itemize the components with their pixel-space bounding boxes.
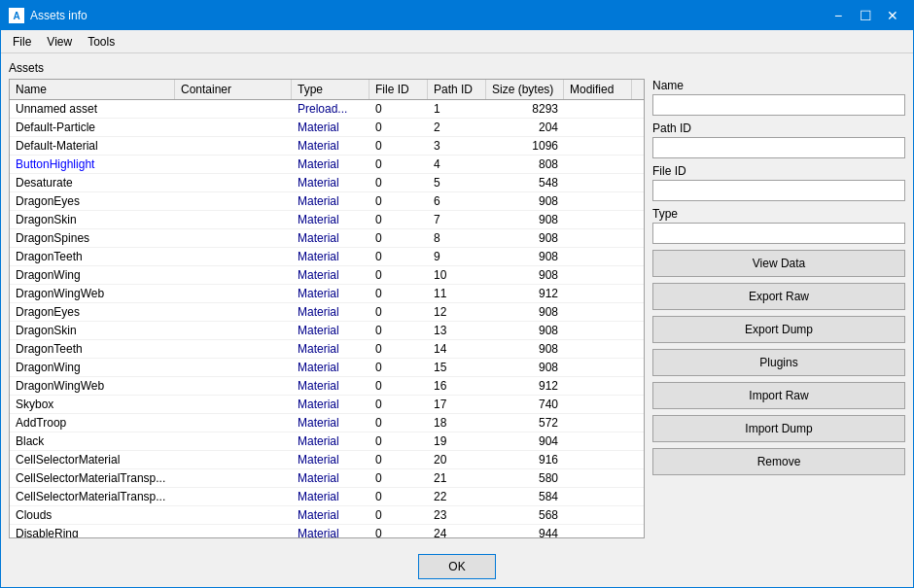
table-row[interactable]: Default-Material Material 0 3 1096	[10, 137, 644, 156]
table-row[interactable]: Skybox Material 0 17 740	[10, 396, 644, 414]
table-row[interactable]: DragonSkin Material 0 7 908	[10, 211, 644, 229]
table-row[interactable]: DragonTeeth Material 0 9 908	[10, 248, 644, 266]
cell-modified	[564, 359, 632, 376]
fileid-input[interactable]	[652, 180, 905, 201]
pathid-input[interactable]	[652, 137, 905, 158]
table-row[interactable]: ButtonHighlight Material 0 4 808	[10, 156, 644, 174]
table-row[interactable]: Default-Particle Material 0 2 204	[10, 119, 644, 137]
table-row[interactable]: DragonWingWeb Material 0 11 912	[10, 285, 644, 303]
cell-type: Material	[292, 469, 369, 487]
cell-container	[175, 451, 292, 468]
cell-name: DragonSpines	[10, 229, 175, 247]
maximize-button[interactable]: ☐	[853, 3, 878, 28]
cell-fileid: 0	[369, 248, 428, 265]
plugins-button[interactable]: Plugins	[652, 349, 905, 376]
col-scroll	[632, 80, 645, 99]
table-row[interactable]: DragonWing Material 0 15 908	[10, 359, 644, 377]
import-dump-button[interactable]: Import Dump	[652, 415, 905, 442]
cell-type: Material	[292, 414, 369, 432]
cell-modified	[564, 211, 632, 228]
cell-pathid: 23	[428, 506, 486, 524]
table-row[interactable]: Unnamed asset Preload... 0 1 8293	[10, 100, 644, 119]
table-row[interactable]: DragonEyes Material 0 12 908	[10, 303, 644, 322]
table-row[interactable]: DragonSpines Material 0 8 908	[10, 229, 644, 248]
table-row[interactable]: CellSelectorMaterialTransp... Material 0…	[10, 488, 644, 506]
cell-name: DisableRing	[10, 525, 175, 537]
menu-file[interactable]: File	[5, 33, 39, 51]
export-raw-button[interactable]: Export Raw	[652, 283, 905, 310]
cell-size: 908	[486, 303, 564, 321]
cell-modified	[564, 137, 632, 155]
cell-size: 204	[486, 119, 564, 136]
cell-fileid: 0	[369, 229, 428, 247]
table-row[interactable]: DragonTeeth Material 0 14 908	[10, 340, 644, 359]
table-row[interactable]: Desaturate Material 0 5 548	[10, 174, 644, 192]
name-label: Name	[652, 79, 905, 92]
table-row[interactable]: DragonWingWeb Material 0 16 912	[10, 377, 644, 396]
type-input[interactable]	[652, 223, 905, 244]
cell-container	[175, 303, 292, 321]
table-row[interactable]: DisableRing Material 0 24 944	[10, 525, 644, 537]
cell-name: CellSelectorMaterialTransp...	[10, 488, 175, 505]
cell-container	[175, 156, 292, 173]
close-button[interactable]: ✕	[880, 3, 905, 28]
cell-fileid: 0	[369, 506, 428, 524]
table-row[interactable]: Black Material 0 19 904	[10, 432, 644, 451]
remove-button[interactable]: Remove	[652, 448, 905, 475]
name-field-group: Name	[652, 79, 905, 116]
cell-size: 916	[486, 451, 564, 468]
import-raw-button[interactable]: Import Raw	[652, 382, 905, 409]
cell-container	[175, 525, 292, 537]
table-body[interactable]: Unnamed asset Preload... 0 1 8293 Defaul…	[10, 100, 644, 537]
cell-fileid: 0	[369, 359, 428, 376]
name-input[interactable]	[652, 94, 905, 116]
cell-pathid: 21	[428, 469, 486, 487]
cell-type: Material	[292, 303, 369, 321]
cell-container	[175, 211, 292, 228]
cell-pathid: 3	[428, 137, 486, 155]
table-row[interactable]: CellSelectorMaterial Material 0 20 916	[10, 451, 644, 469]
cell-pathid: 6	[428, 192, 486, 210]
cell-pathid: 15	[428, 359, 486, 376]
cell-pathid: 13	[428, 322, 486, 339]
cell-size: 908	[486, 340, 564, 358]
cell-name: DragonWingWeb	[10, 285, 175, 302]
table-row[interactable]: AddTroop Material 0 18 572	[10, 414, 644, 432]
cell-fileid: 0	[369, 156, 428, 173]
table-header: Name Container Type File ID Path ID Size…	[10, 80, 644, 100]
cell-name: DragonEyes	[10, 303, 175, 321]
cell-size: 908	[486, 359, 564, 376]
cell-size: 580	[486, 469, 564, 487]
cell-modified	[564, 192, 632, 210]
cell-fileid: 0	[369, 211, 428, 228]
cell-name: DragonSkin	[10, 322, 175, 339]
table-row[interactable]: Clouds Material 0 23 568	[10, 506, 644, 525]
cell-size: 548	[486, 174, 564, 191]
view-data-button[interactable]: View Data	[652, 250, 905, 277]
export-dump-button[interactable]: Export Dump	[652, 316, 905, 343]
cell-size: 808	[486, 156, 564, 173]
cell-modified	[564, 340, 632, 358]
ok-button[interactable]: OK	[418, 554, 496, 579]
window-controls: − ☐ ✕	[826, 3, 905, 28]
table-row[interactable]: DragonWing Material 0 10 908	[10, 266, 644, 285]
cell-modified	[564, 525, 632, 537]
table-row[interactable]: DragonSkin Material 0 13 908	[10, 322, 644, 340]
cell-fileid: 0	[369, 396, 428, 413]
cell-size: 908	[486, 229, 564, 247]
cell-type: Material	[292, 174, 369, 191]
type-label: Type	[652, 207, 905, 221]
menu-tools[interactable]: Tools	[80, 33, 123, 51]
table-row[interactable]: CellSelectorMaterialTransp... Material 0…	[10, 469, 644, 488]
cell-container	[175, 432, 292, 450]
minimize-button[interactable]: −	[826, 3, 851, 28]
menu-view[interactable]: View	[39, 33, 80, 51]
cell-fileid: 0	[369, 119, 428, 136]
cell-container	[175, 377, 292, 395]
cell-modified	[564, 414, 632, 432]
table-row[interactable]: DragonEyes Material 0 6 908	[10, 192, 644, 211]
cell-fileid: 0	[369, 469, 428, 487]
cell-pathid: 4	[428, 156, 486, 173]
cell-modified	[564, 488, 632, 505]
cell-container	[175, 359, 292, 376]
